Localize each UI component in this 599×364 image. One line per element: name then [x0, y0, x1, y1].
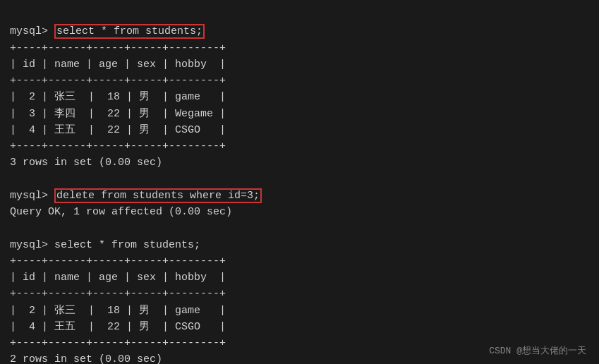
line-1: mysql> select * from students;: [10, 24, 205, 39]
line-5: | 2 | 张三 | 18 | 男 | game |: [10, 91, 226, 103]
line-4: +----+------+-----+-----+--------+: [10, 75, 226, 87]
line-17: | 4 | 王五 | 22 | 男 | CSGO |: [10, 321, 226, 333]
line-18: +----+------+-----+-----+--------+: [10, 337, 226, 349]
prompt-3: mysql>: [10, 239, 54, 251]
line-8: +----+------+-----+-----+--------+: [10, 140, 226, 152]
line-11: Query OK, 1 row affected (0.00 sec): [10, 206, 232, 218]
line-9: 3 rows in set (0.00 sec): [10, 157, 162, 169]
line-3: | id | name | age | sex | hobby |: [10, 59, 226, 71]
line-19: 2 rows in set (0.00 sec): [10, 353, 162, 364]
command-1: select * from students;: [54, 24, 205, 39]
prompt-2: mysql>: [10, 190, 54, 202]
terminal-container: mysql> select * from students; +----+---…: [0, 0, 599, 364]
command-2: delete from students where id=3;: [54, 188, 262, 203]
line-13: +----+------+-----+-----+--------+: [10, 255, 226, 267]
line-10: mysql> delete from students where id=3;: [10, 188, 262, 203]
line-15: +----+------+-----+-----+--------+: [10, 288, 226, 300]
watermark: CSDN @想当大佬的一天: [489, 344, 586, 357]
line-2: +----+------+-----+-----+--------+: [10, 42, 226, 54]
line-6: | 3 | 李四 | 22 | 男 | Wegame |: [10, 108, 226, 120]
line-7: | 4 | 王五 | 22 | 男 | CSGO |: [10, 124, 226, 136]
line-16: | 2 | 张三 | 18 | 男 | game |: [10, 305, 226, 317]
line-12: mysql> select * from students;: [10, 239, 200, 251]
command-3: select * from students;: [54, 239, 200, 251]
line-14: | id | name | age | sex | hobby |: [10, 272, 226, 284]
prompt-1: mysql>: [10, 25, 54, 37]
